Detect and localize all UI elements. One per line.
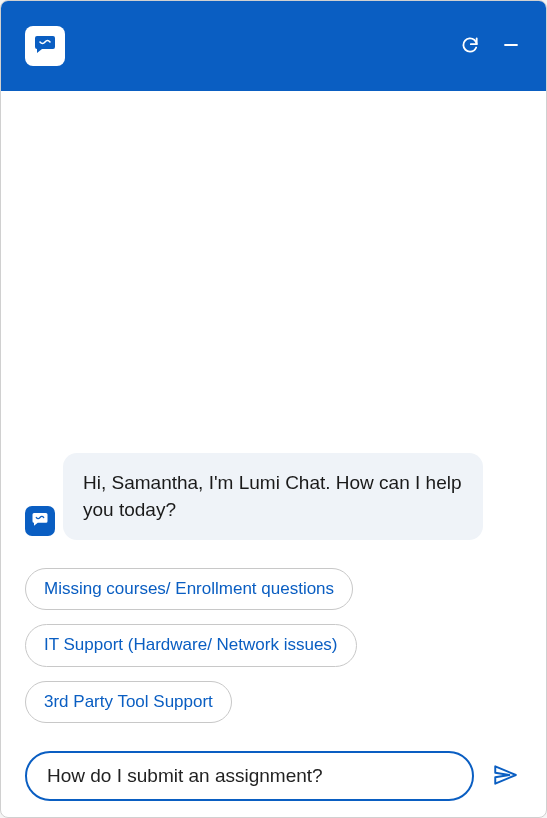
send-icon — [492, 762, 518, 791]
header-actions — [458, 33, 522, 60]
message-input[interactable] — [47, 765, 452, 787]
refresh-icon — [460, 35, 480, 58]
minimize-button[interactable] — [500, 34, 522, 59]
bot-avatar — [25, 506, 55, 536]
bot-message-row: Hi, Samantha, I'm Lumi Chat. How can I h… — [25, 453, 522, 540]
quick-reply-third-party[interactable]: 3rd Party Tool Support — [25, 681, 232, 723]
refresh-button[interactable] — [458, 33, 482, 60]
chat-header — [1, 1, 546, 91]
chat-window: Hi, Samantha, I'm Lumi Chat. How can I h… — [0, 0, 547, 818]
send-button[interactable] — [488, 758, 522, 795]
quick-reply-enrollment[interactable]: Missing courses/ Enrollment questions — [25, 568, 353, 610]
chat-bubble-icon — [31, 510, 49, 532]
quick-reply-it-support[interactable]: IT Support (Hardware/ Network issues) — [25, 624, 357, 666]
logo-box — [25, 26, 65, 66]
message-input-wrap[interactable] — [25, 751, 474, 801]
chat-body: Hi, Samantha, I'm Lumi Chat. How can I h… — [1, 91, 546, 817]
input-row — [25, 751, 522, 801]
bot-message-bubble: Hi, Samantha, I'm Lumi Chat. How can I h… — [63, 453, 483, 540]
minimize-icon — [502, 36, 520, 57]
quick-replies: Missing courses/ Enrollment questions IT… — [25, 568, 522, 723]
chat-bubble-icon — [33, 32, 57, 60]
